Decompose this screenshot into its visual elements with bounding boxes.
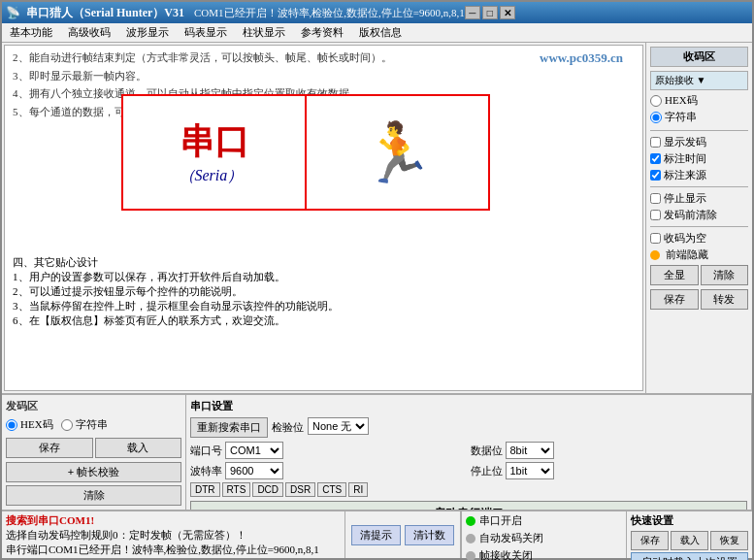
send-format-group: HEX码 字符串 <box>6 417 181 432</box>
cts-button[interactable]: CTS <box>317 482 346 497</box>
main-content: www.pc0359.cn 2、能自动进行帧结束判定（方式非常灵活，可以按帧头、… <box>2 43 752 393</box>
rescan-button[interactable]: 重新搜索串口 <box>190 417 268 438</box>
maximize-button[interactable]: □ <box>482 6 498 19</box>
left-panel: www.pc0359.cn 2、能自动进行帧结束判定（方式非常灵活，可以按帧头、… <box>2 43 645 393</box>
clear-count-button[interactable]: 清计数 <box>405 525 454 545</box>
status-text-area: 搜索到串口COM1! 选择自动发码控制规则0：定时发帧（无需应答）！ 串行端口C… <box>2 511 344 558</box>
show-send-check[interactable]: 显示发码 <box>650 135 748 149</box>
title-text: 串口猎人（Serial Hunter）V31 <box>26 5 184 21</box>
text-other-3: 2、可以通过提示按钮显示每个控件的功能说明。 <box>13 284 635 299</box>
text-other-1: 四、其它贴心设计 <box>13 255 635 270</box>
text-other-2: 1、用户的设置参数可以保存，再次打开软件后自动加载。 <box>13 270 635 284</box>
full-display-button[interactable]: 全显 <box>650 265 699 285</box>
watermark: www.pc0359.cn <box>540 50 623 66</box>
menu-item-basic[interactable]: 基本功能 <box>2 23 60 42</box>
clear-before-send-check[interactable]: 发码前清除 <box>650 208 748 222</box>
send-load-button[interactable]: 载入 <box>95 438 182 458</box>
auto-load-button[interactable]: 启动时载入上次设置 <box>631 552 748 560</box>
minimize-button[interactable]: ─ <box>465 6 480 19</box>
stopbits-select[interactable]: 1bit <box>506 462 554 479</box>
status-line3: 串行端口COM1已经开启！波特率,检验位,数据位,停止位=9600,n,8,1 <box>6 543 341 557</box>
menu-item-wave[interactable]: 波形显示 <box>118 23 177 42</box>
receive-btn-row1: 全显 清除 <box>650 265 748 285</box>
dtr-button-row: DTR RTS DCD DSR CTS RI <box>190 482 747 497</box>
menu-bar: 基本功能 高级收码 波形显示 码表显示 柱状显示 参考资料 版权信息 <box>2 23 752 43</box>
quick-save-load-restore-row: 保存 载入 恢复 <box>631 531 748 550</box>
stop-display-check[interactable]: 停止显示 <box>650 191 748 206</box>
window-controls: ─ □ ✕ <box>465 6 515 19</box>
quick-settings-title: 快速设置 <box>631 513 748 528</box>
receive-btn-row2: 保存 转发 <box>650 289 748 310</box>
text-below-logo: 四、其它贴心设计 1、用户的设置参数可以保存，再次打开软件后自动加载。 2、可以… <box>13 255 635 328</box>
receive-area-title: 收码区 <box>650 47 748 67</box>
indicator-frame-receive: 帧接收关闭 <box>466 548 622 560</box>
status-indicators: 串口开启 自动发码关闭 帧接收关闭 TX(HEX): 0 RX(HEX): 0 <box>461 511 626 558</box>
status-line2: 选择自动发码控制规则0：定时发帧（无需应答）！ <box>6 528 341 543</box>
port-select[interactable]: COM1 <box>225 442 283 459</box>
menu-item-codetable[interactable]: 码表显示 <box>177 23 235 42</box>
receive-empty-check[interactable]: 收码为空 <box>650 231 748 246</box>
ri-button[interactable]: RI <box>348 482 368 497</box>
close-button[interactable]: ✕ <box>500 6 515 19</box>
text-line-3: 3、即时显示最新一帧内容。 <box>13 68 635 84</box>
dtr-button[interactable]: DTR <box>190 482 220 497</box>
clear-buttons-area: 清提示 清计数 <box>344 511 461 558</box>
dsr-button[interactable]: DSR <box>285 482 315 497</box>
databits-selector: 数据位 8bit <box>471 442 748 459</box>
baudrate-selector: 波特率 9600 <box>190 462 468 479</box>
rts-button[interactable]: RTS <box>222 482 251 497</box>
menu-item-copyright[interactable]: 版权信息 <box>351 23 410 42</box>
right-panel: 收码区 原始接收 ▼ HEX码 字符串 显示发码 <box>645 43 752 393</box>
stopbits-label: 停止位 <box>471 464 503 478</box>
transfer-button[interactable]: 转发 <box>701 289 749 310</box>
quick-load-button[interactable]: 载入 <box>671 531 708 550</box>
send-save-button[interactable]: 保存 <box>6 438 93 458</box>
menu-item-advanced[interactable]: 高级收码 <box>60 23 118 42</box>
rescan-parity-row: 重新搜索串口 检验位 None 无 <box>190 417 747 438</box>
parity-select[interactable]: None 无 <box>308 417 369 435</box>
hex-radio[interactable]: HEX码 <box>650 93 748 108</box>
send-area: 发码区 HEX码 字符串 保存 载入 + 帧长校验 清除 发送 <box>2 395 186 510</box>
port-databits-row: 端口号 COM1 数据位 8bit 波特率 9600 <box>190 442 747 479</box>
indicator-serial-open: 串口开启 <box>466 513 622 528</box>
mark-source-check[interactable]: 标注来源 <box>650 168 748 182</box>
status-line1: 搜索到串口COM1! <box>6 513 341 528</box>
stopbits-selector: 停止位 1bit <box>471 462 748 479</box>
send-area-title: 发码区 <box>6 399 181 413</box>
receive-format-selector[interactable]: 原始接收 ▼ <box>650 71 748 90</box>
serial-settings: 串口设置 重新搜索串口 检验位 None 无 端口号 COM1 数据位 <box>186 395 752 510</box>
quick-save-button[interactable]: 保存 <box>631 531 669 550</box>
send-string-radio[interactable]: 字符串 <box>61 417 108 432</box>
clear-hint-button[interactable]: 清提示 <box>351 525 401 545</box>
mark-time-check[interactable]: 标注时间 <box>650 151 748 166</box>
auto-send-dot <box>466 534 475 544</box>
title-status: COM1已经开启！波特率,检验位,数据位,停止位=9600,n,8,1 <box>194 6 465 20</box>
send-hex-radio[interactable]: HEX码 <box>6 417 53 432</box>
serial-open-dot <box>466 516 475 526</box>
receive-save-button[interactable]: 保存 <box>650 289 699 310</box>
status-bar: 搜索到串口COM1! 选择自动发码控制规则0：定时发帧（无需应答）！ 串行端口C… <box>2 510 752 558</box>
indicator-auto-send: 自动发码关闭 <box>466 531 622 545</box>
clear-btn-row: 清提示 清计数 <box>351 525 454 545</box>
send-file-btn-row: 保存 载入 <box>6 438 181 458</box>
logo-figure: 🏃 <box>361 118 434 187</box>
menu-item-bar[interactable]: 柱状显示 <box>235 23 293 42</box>
frame-verify-button[interactable]: + 帧长校验 <box>6 462 181 482</box>
baudrate-select[interactable]: 9600 <box>225 462 283 479</box>
frame-receive-dot <box>466 551 475 561</box>
app-icon: 📡 <box>6 6 20 20</box>
text-area: www.pc0359.cn 2、能自动进行帧结束判定（方式非常灵活，可以按帧头、… <box>4 45 643 391</box>
receive-clear-button[interactable]: 清除 <box>701 265 749 285</box>
string-radio[interactable]: 字符串 <box>650 110 748 124</box>
databits-select[interactable]: 8bit <box>506 442 554 459</box>
send-clear-button[interactable]: 清除 <box>6 485 181 506</box>
receive-format-group: HEX码 字符串 <box>650 93 748 124</box>
menu-item-ref[interactable]: 参考资料 <box>293 23 351 42</box>
dcd-button[interactable]: DCD <box>252 482 283 497</box>
logo-cn-text: 串口 <box>180 118 249 166</box>
port-label: 端口号 <box>190 444 222 458</box>
baudrate-label: 波特率 <box>190 464 222 478</box>
quick-restore-button[interactable]: 恢复 <box>710 531 748 550</box>
quick-settings-panel: 快速设置 保存 载入 恢复 启动时载入上次设置 <box>626 511 752 558</box>
logo-en-text: （Seria） <box>180 166 249 186</box>
